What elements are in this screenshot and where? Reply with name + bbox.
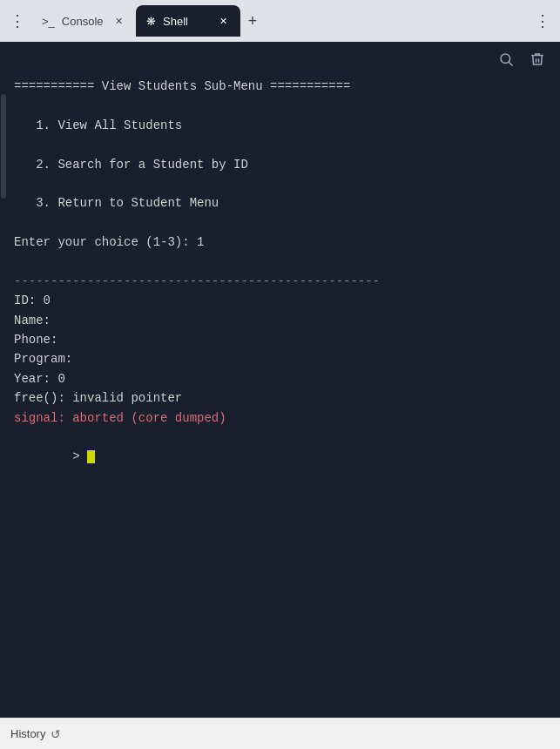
terminal-line-12: ID: 0 — [14, 291, 546, 310]
shell-tab-close-icon[interactable]: ✕ — [216, 14, 230, 28]
clear-button[interactable] — [525, 47, 550, 71]
svg-line-1 — [509, 62, 512, 65]
terminal-line-9: Enter your choice (1-3): 1 — [14, 233, 546, 252]
terminal-prompt-line: > — [14, 428, 546, 486]
terminal-line-2 — [14, 96, 546, 115]
cursor — [87, 450, 95, 463]
search-button[interactable] — [494, 47, 518, 71]
terminal-line-18: signal: aborted (core dumped) — [14, 408, 546, 428]
tab-bar: ⋮ >_ Console ✕ ❋ Shell ✕ + ⋮ — [0, 0, 560, 42]
terminal-line-16: Year: 0 — [14, 369, 546, 388]
console-tab-label: Console — [62, 15, 105, 28]
tab-bar-right: ⋮ — [529, 7, 557, 35]
terminal-line-11: ----------------------------------------… — [14, 272, 546, 291]
search-icon — [498, 51, 514, 67]
svg-point-0 — [501, 54, 510, 64]
browser-menu-icon[interactable]: ⋮ — [3, 7, 31, 35]
left-scrollbar[interactable] — [0, 42, 7, 718]
browser-options-icon[interactable]: ⋮ — [529, 7, 557, 35]
bottom-bar: History ↺ — [0, 718, 560, 749]
terminal-toolbar — [0, 42, 560, 77]
console-tab-icon: >_ — [42, 15, 55, 28]
scroll-thumb — [1, 94, 6, 199]
terminal-line-10 — [14, 253, 546, 272]
terminal-line-15: Program: — [14, 349, 546, 368]
tab-shell[interactable]: ❋ Shell ✕ — [136, 5, 240, 37]
history-label: History — [10, 727, 45, 740]
shell-tab-label: Shell — [163, 15, 209, 28]
tab-bar-left: ⋮ >_ Console ✕ ❋ Shell ✕ + — [3, 5, 529, 37]
shell-tab-icon: ❋ — [146, 15, 156, 28]
terminal-output[interactable]: =========== View Students Sub-Menu =====… — [0, 77, 560, 718]
terminal-container: =========== View Students Sub-Menu =====… — [0, 42, 560, 718]
browser-window: ⋮ >_ Console ✕ ❋ Shell ✕ + ⋮ — [0, 0, 560, 749]
terminal-line-4 — [14, 135, 546, 154]
terminal-line-1: =========== View Students Sub-Menu =====… — [14, 77, 546, 96]
terminal-line-14: Phone: — [14, 330, 546, 349]
terminal-line-6 — [14, 174, 546, 193]
options-dots-icon: ⋮ — [535, 11, 550, 30]
tab-console[interactable]: >_ Console ✕ — [31, 5, 136, 37]
console-tab-close-icon[interactable]: ✕ — [111, 14, 125, 28]
terminal-line-5: 2. Search for a Student by ID — [14, 155, 546, 174]
terminal-line-13: Name: — [14, 311, 546, 330]
trash-icon — [530, 51, 545, 67]
terminal-line-3: 1. View All Students — [14, 116, 546, 135]
history-icon[interactable]: ↺ — [51, 727, 61, 741]
terminal-line-7: 3. Return to Student Menu — [14, 193, 546, 213]
add-tab-icon: + — [248, 12, 258, 30]
three-dots-icon: ⋮ — [10, 11, 25, 30]
terminal-line-8 — [14, 213, 546, 233]
prompt-text: > — [72, 449, 87, 463]
terminal-line-17: free(): invalid pointer — [14, 388, 546, 408]
add-tab-button[interactable]: + — [240, 9, 265, 33]
